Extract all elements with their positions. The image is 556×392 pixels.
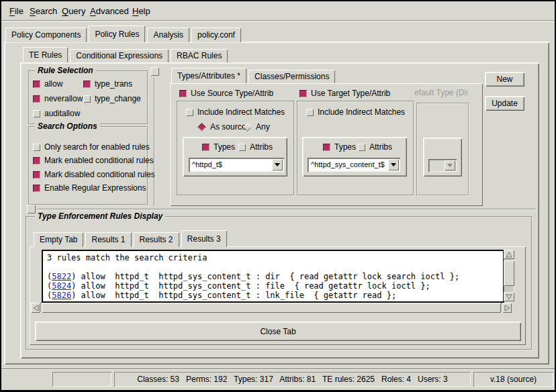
checkbox-target-indirect[interactable]: Include Indirect Matches	[306, 107, 405, 117]
checkbox-target-attribs[interactable]: Attribs	[358, 142, 392, 152]
tab-policy-components[interactable]: Policy Components	[5, 28, 87, 42]
status-stats: Classes: 53 Perms: 192 Types: 317 Attrib…	[114, 372, 471, 387]
search-options-frame	[28, 126, 148, 205]
types-tab-bar: Types/Attributes * Classes/Permissions	[171, 70, 335, 83]
source-type-combobox[interactable]: ^httpd_t$	[189, 158, 284, 172]
checkbox-allow[interactable]: allow	[33, 79, 62, 89]
checkbox-source-indirect[interactable]: Include Indirect Matches	[186, 107, 285, 117]
checkbox-indicator	[33, 157, 40, 164]
new-button[interactable]: New	[485, 72, 524, 87]
dropdown-arrow-icon[interactable]	[272, 159, 283, 170]
results-tab-2[interactable]: Results 2	[134, 232, 179, 247]
checkbox-neverallow[interactable]: neverallow	[33, 94, 83, 103]
default-type-combobox	[428, 159, 457, 172]
checkbox-type-trans[interactable]: type_trans	[83, 79, 132, 89]
hscroll-thumb[interactable]	[42, 303, 501, 313]
radio-as-source[interactable]: As source	[197, 122, 246, 132]
main-tab-bar: Policy Components Policy Rules Analysis …	[5, 28, 241, 42]
rule-id-link[interactable]: 5824	[52, 281, 71, 291]
rules-tab-bar: TE Rules Conditional Expressions RBAC Ru…	[23, 49, 228, 62]
checkbox-enable-regex[interactable]: Enable Regular Expressions	[33, 183, 146, 193]
checkbox-indicator	[33, 95, 40, 103]
results-tab-3[interactable]: Results 3	[181, 230, 227, 247]
rule-selection-title: Rule Selection	[35, 66, 96, 75]
radio-any[interactable]: Any	[243, 122, 270, 132]
rule-id-link[interactable]: 5826	[52, 291, 71, 300]
checkbox-indicator	[33, 81, 40, 88]
radio-indicator	[243, 123, 252, 132]
menu-advanced[interactable]: Advanced	[90, 6, 129, 17]
checkbox-indicator	[306, 109, 314, 116]
menu-bar: File Search Query Advanced Help	[1, 1, 555, 21]
rule-line: (5824) allow httpd_t httpd_sys_content_t…	[47, 281, 503, 291]
checkbox-indicator	[323, 144, 330, 151]
checkbox-indicator	[299, 90, 307, 97]
results-tab-empty[interactable]: Empty Tab	[34, 232, 83, 247]
results-text[interactable]: 3 rules match the search criteria (5822)…	[42, 250, 504, 303]
checkbox-target-types[interactable]: Types	[323, 142, 356, 152]
checkbox-use-source-type[interactable]: Use Source Type/Attrib	[179, 89, 273, 98]
scroll-up-arrow[interactable]	[504, 250, 514, 259]
checkbox-indicator	[83, 81, 91, 88]
checkbox-type-change[interactable]: type_change	[83, 94, 141, 103]
apol-main-window: File Search Query Advanced Help Policy C…	[0, 0, 556, 392]
vscroll-thumb[interactable]	[504, 260, 514, 286]
target-type-combobox[interactable]: ^httpd_sys_content_t$	[308, 158, 400, 172]
dropdown-arrow-icon	[445, 160, 455, 170]
tab-rbac-rules[interactable]: RBAC Rules	[171, 49, 228, 62]
tab-analysis[interactable]: Analysis	[147, 28, 189, 42]
checkbox-indicator	[186, 109, 193, 116]
tab-conditional-expressions[interactable]: Conditional Expressions	[70, 49, 169, 62]
te-display-title: Type Enforcement Rules Display	[35, 211, 165, 221]
menu-query[interactable]: Query	[62, 6, 85, 17]
dropdown-arrow-icon[interactable]	[388, 159, 399, 170]
checkbox-indicator	[33, 171, 40, 179]
menu-file[interactable]: File	[9, 6, 24, 17]
tab-te-rules[interactable]: TE Rules	[23, 47, 68, 62]
checkbox-indicator	[238, 144, 246, 151]
menu-search[interactable]: Search	[30, 6, 57, 17]
status-cell-empty	[52, 372, 111, 387]
scroll-left-arrow[interactable]	[31, 303, 40, 313]
status-version: v.18 (source)	[473, 372, 553, 387]
results-vscrollbar[interactable]	[504, 250, 514, 301]
close-tab-button[interactable]: Close Tab	[35, 322, 521, 341]
checkbox-indicator	[179, 90, 187, 97]
rule-line: (5822) allow httpd_t httpd_sys_content_t…	[47, 272, 503, 281]
tab-classes-permissions[interactable]: Classes/Permissions	[248, 70, 335, 83]
checkbox-indicator	[358, 144, 365, 151]
checkbox-auditallow[interactable]: auditallow	[33, 109, 80, 118]
checkbox-source-attribs[interactable]: Attribs	[238, 142, 273, 152]
radio-indicator	[197, 123, 206, 132]
checkbox-mark-enabled-conditional[interactable]: Mark enabled conditional rules	[33, 156, 154, 165]
checkbox-source-types[interactable]: Types	[202, 142, 235, 152]
scroll-down-arrow[interactable]	[504, 292, 514, 301]
horizontal-sash-handle[interactable]	[27, 205, 36, 213]
results-hscrollbar[interactable]	[31, 303, 512, 313]
horizontal-sash-line[interactable]	[38, 209, 535, 210]
update-button[interactable]: Update	[485, 96, 524, 111]
results-summary: 3 rules match the search criteria	[47, 253, 503, 262]
status-bar: Classes: 53 Perms: 192 Types: 317 Attrib…	[1, 369, 555, 391]
checkbox-indicator	[33, 110, 40, 117]
checkbox-indicator	[33, 144, 40, 151]
tab-types-attributes[interactable]: Types/Attributes *	[171, 68, 246, 83]
menu-help[interactable]: Help	[132, 6, 150, 17]
checkbox-indicator	[83, 95, 91, 103]
checkbox-use-target-type[interactable]: Use Target Type/Attrib	[299, 89, 390, 98]
scroll-right-arrow[interactable]	[502, 303, 512, 313]
checkbox-indicator	[33, 185, 40, 192]
default-type-label: efault Type (Disa	[414, 88, 468, 97]
vertical-sash-handle[interactable]	[150, 67, 159, 76]
checkbox-only-enabled-rules[interactable]: Only search for enabled rules	[33, 142, 150, 152]
tab-policy-conf[interactable]: policy.conf	[191, 28, 241, 42]
vertical-sash-line[interactable]	[154, 77, 155, 205]
checkbox-indicator	[202, 144, 210, 151]
rule-line: (5826) allow httpd_t httpd_sys_content_t…	[47, 291, 503, 300]
rule-id-link[interactable]: 5822	[52, 272, 71, 281]
tab-policy-rules[interactable]: Policy Rules	[89, 26, 145, 42]
results-tab-bar: Empty Tab Results 1 Results 2 Results 3	[34, 232, 227, 247]
results-tab-1[interactable]: Results 1	[85, 232, 131, 247]
checkbox-mark-disabled-conditional[interactable]: Mark disabled conditional rules	[33, 170, 155, 179]
search-options-title: Search Options	[35, 121, 100, 131]
